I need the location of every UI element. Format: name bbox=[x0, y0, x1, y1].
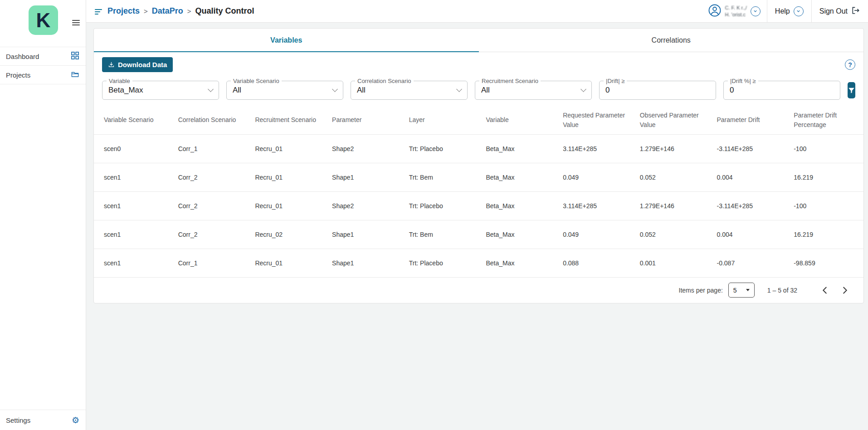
table-cell: -98.859 bbox=[786, 249, 863, 277]
page-range-label: 1 – 5 of 32 bbox=[767, 287, 797, 294]
variable-select[interactable]: Variable Beta_Max bbox=[102, 81, 219, 100]
main-area: Projects > DataPro > Quality Control C. … bbox=[86, 0, 868, 430]
table-cell: Shape1 bbox=[325, 249, 402, 277]
table-cell: scen1 bbox=[94, 163, 171, 191]
chevron-down-icon bbox=[456, 86, 462, 92]
table-cell: Recru_01 bbox=[248, 249, 325, 277]
recruitment-scenario-select[interactable]: Recruitment Scenario All bbox=[475, 81, 592, 100]
previous-page-button[interactable] bbox=[818, 283, 832, 297]
table-cell: Beta_Max bbox=[478, 163, 556, 191]
caret-down-icon bbox=[746, 289, 750, 291]
items-per-page-select[interactable]: 5 bbox=[728, 283, 755, 298]
table-row: scen1Corr_1Recru_01Shape1Trt: PlaceboBet… bbox=[94, 249, 863, 277]
content-area: Variables Correlations Download Data ? bbox=[86, 23, 868, 430]
quality-control-card: Variables Correlations Download Data ? bbox=[93, 28, 864, 303]
table-row: scen1Corr_2Recru_01Shape1Trt: BemBeta_Ma… bbox=[94, 163, 863, 191]
sign-out-button[interactable]: Sign Out bbox=[812, 0, 868, 22]
topbar-right: C. F. K r.,/ H. 'orist.c Help Sig bbox=[702, 0, 868, 22]
toolbar: Download Data ? bbox=[94, 52, 863, 77]
sidebar-item-projects[interactable]: Projects bbox=[0, 66, 86, 84]
help-label: Help bbox=[775, 7, 790, 15]
download-data-button[interactable]: Download Data bbox=[102, 57, 173, 72]
sidebar-item-dashboard[interactable]: Dashboard bbox=[0, 47, 86, 66]
sidebar-nav: Dashboard Projects bbox=[0, 47, 86, 84]
table-header-row: Variable Scenario Correlation Scenario R… bbox=[94, 106, 863, 134]
breadcrumb: Projects > DataPro > Quality Control bbox=[94, 6, 254, 16]
breadcrumb-link-projects[interactable]: Projects bbox=[107, 6, 140, 16]
column-header: Requested Parameter Value bbox=[556, 106, 633, 134]
chevron-down-icon bbox=[580, 86, 586, 92]
items-per-page-value: 5 bbox=[733, 287, 737, 294]
table-cell: 0.049 bbox=[556, 220, 633, 249]
sign-out-label: Sign Out bbox=[819, 7, 848, 15]
table-cell: Trt: Placebo bbox=[402, 249, 479, 277]
filter-row: Variable Beta_Max Variable Scenario All … bbox=[94, 77, 863, 106]
correlation-scenario-select[interactable]: Correlation Scenario All bbox=[351, 81, 468, 100]
column-header: Correlation Scenario bbox=[171, 106, 248, 134]
gear-icon: ⚙ bbox=[72, 416, 79, 425]
tab-bar: Variables Correlations bbox=[94, 29, 863, 52]
download-icon bbox=[108, 61, 115, 68]
app-logo: K bbox=[29, 5, 58, 35]
folder-icon bbox=[71, 70, 79, 80]
breadcrumb-menu-icon[interactable] bbox=[94, 7, 103, 15]
table-cell: Beta_Max bbox=[478, 220, 556, 249]
tab-correlations[interactable]: Correlations bbox=[479, 29, 864, 52]
app-logo-letter: K bbox=[36, 9, 51, 32]
table-cell: Corr_1 bbox=[171, 134, 248, 163]
table-cell: -100 bbox=[786, 134, 863, 163]
table-row: scen1Corr_2Recru_01Shape2Trt: PlaceboBet… bbox=[94, 191, 863, 220]
drift-percent-threshold-field: |Drift %| ≥ bbox=[723, 81, 840, 100]
table-cell: Shape2 bbox=[325, 191, 402, 220]
table-cell: 0.088 bbox=[556, 249, 633, 277]
variable-scenario-select[interactable]: Variable Scenario All bbox=[226, 81, 343, 100]
table-cell: Trt: Bem bbox=[402, 163, 479, 191]
column-header: Parameter bbox=[325, 106, 402, 134]
table-cell: Shape1 bbox=[325, 220, 402, 249]
table-row: scen1Corr_2Recru_02Shape1Trt: BemBeta_Ma… bbox=[94, 220, 863, 249]
table-row: scen0Corr_1Recru_01Shape2Trt: PlaceboBet… bbox=[94, 134, 863, 163]
column-header: Recruitment Scenario bbox=[248, 106, 325, 134]
drift-threshold-field: |Drift| ≥ bbox=[599, 81, 716, 100]
results-table: Variable Scenario Correlation Scenario R… bbox=[94, 106, 863, 278]
table-header: Variable Scenario Correlation Scenario R… bbox=[94, 106, 863, 134]
table-cell: Beta_Max bbox=[478, 191, 556, 220]
funnel-icon bbox=[848, 87, 855, 94]
table-cell: Corr_2 bbox=[171, 191, 248, 220]
next-page-button[interactable] bbox=[838, 283, 852, 297]
table-cell: Corr_2 bbox=[171, 163, 248, 191]
table-cell: Recru_02 bbox=[248, 220, 325, 249]
breadcrumb-separator: > bbox=[144, 7, 148, 15]
table-cell: -0.087 bbox=[710, 249, 787, 277]
tab-variables[interactable]: Variables bbox=[94, 29, 479, 52]
table-cell: 0.049 bbox=[556, 163, 633, 191]
table-cell: Trt: Placebo bbox=[402, 134, 479, 163]
download-label: Download Data bbox=[118, 61, 167, 68]
user-menu[interactable]: C. F. K r.,/ H. 'orist.c bbox=[702, 0, 767, 22]
top-bar: Projects > DataPro > Quality Control C. … bbox=[86, 0, 868, 23]
chevron-down-icon bbox=[208, 86, 214, 92]
app-root: K Dashboard Projects bbox=[0, 0, 868, 430]
table-cell: Recru_01 bbox=[248, 163, 325, 191]
chevron-down-icon bbox=[332, 86, 338, 92]
drift-threshold-input[interactable] bbox=[605, 86, 710, 95]
sidebar-item-label: Projects bbox=[6, 71, 30, 79]
table-cell: 1.279E+146 bbox=[633, 191, 710, 220]
table-cell: 3.114E+285 bbox=[556, 191, 633, 220]
drift-percent-threshold-input[interactable] bbox=[730, 86, 834, 95]
help-circle-icon[interactable]: ? bbox=[845, 59, 855, 70]
sidebar-item-settings[interactable]: Settings ⚙ bbox=[0, 410, 86, 430]
table-cell: Trt: Bem bbox=[402, 220, 479, 249]
table-cell: 0.052 bbox=[633, 163, 710, 191]
help-button[interactable]: Help bbox=[767, 0, 811, 22]
menu-icon[interactable] bbox=[72, 19, 80, 27]
breadcrumb-link-datapro[interactable]: DataPro bbox=[152, 6, 183, 16]
apply-filter-button[interactable] bbox=[848, 82, 855, 98]
table-cell: Trt: Placebo bbox=[402, 191, 479, 220]
table-cell: 0.052 bbox=[633, 220, 710, 249]
grid-icon bbox=[71, 51, 79, 61]
table-cell: scen1 bbox=[94, 249, 171, 277]
column-header: Parameter Drift Percentage bbox=[786, 106, 863, 134]
table-cell: scen1 bbox=[94, 220, 171, 249]
column-header: Observed Parameter Value bbox=[633, 106, 710, 134]
